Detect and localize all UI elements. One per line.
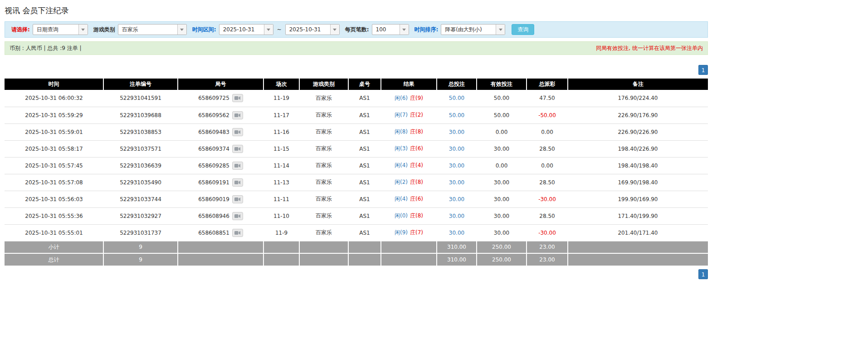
video-camera-icon[interactable] xyxy=(232,145,243,153)
table-header-row: 时间注单编号局号场次游戏类别桌号结果总投注有效投注总派彩备注 xyxy=(5,79,708,90)
round-cell: 658609285 xyxy=(178,157,263,174)
chevron-down-icon[interactable] xyxy=(264,25,273,35)
page-button[interactable]: 1 xyxy=(698,269,708,279)
video-camera-icon[interactable] xyxy=(232,128,243,136)
time-cell: 2025-10-31 05:59:29 xyxy=(5,107,103,123)
note-cell: 176.90/224.40 xyxy=(568,90,708,107)
total-row: 总计 9 310.00 250.00 23.00 xyxy=(5,253,708,266)
total-bet-link[interactable]: 30.00 xyxy=(449,196,464,202)
game-type-select[interactable]: 百家乐 xyxy=(118,24,187,35)
result-banker: 庄(7) xyxy=(410,229,423,236)
round-id: 658609483 xyxy=(198,129,229,135)
result-banker: 庄(6) xyxy=(410,196,423,202)
chevron-down-icon[interactable] xyxy=(177,25,186,35)
payout-cell: 47.50 xyxy=(527,90,568,107)
column-header: 总派彩 xyxy=(527,79,568,90)
result-player: 闲(9) xyxy=(395,229,408,236)
column-header: 游戏类别 xyxy=(299,79,348,90)
video-camera-icon[interactable] xyxy=(232,212,243,220)
round-id: 658609374 xyxy=(198,146,229,152)
bet-id-cell: 522931041591 xyxy=(103,90,178,107)
result-cell: 闲(9)庄(7) xyxy=(381,224,437,241)
subtotal-valid-bet: 250.00 xyxy=(477,241,527,253)
video-camera-icon[interactable] xyxy=(232,162,243,170)
session-cell: 11-19 xyxy=(263,90,299,107)
date-query-select-value: 日期查询 xyxy=(33,25,78,35)
time-cell: 2025-10-31 05:57:45 xyxy=(5,157,103,174)
total-bet-cell: 30.00 xyxy=(437,157,477,174)
payout-cell: 0.00 xyxy=(527,123,568,140)
note-cell: 226.90/226.90 xyxy=(568,123,708,140)
date-query-label: 请选择: xyxy=(11,26,30,34)
video-camera-icon[interactable] xyxy=(232,111,243,119)
chevron-down-icon[interactable] xyxy=(78,25,88,35)
video-camera-icon[interactable] xyxy=(232,195,243,203)
game-type-cell: 百家乐 xyxy=(299,224,348,241)
total-bet-cell: 30.00 xyxy=(437,207,477,224)
page-button[interactable]: 1 xyxy=(698,65,708,75)
result-player: 闲(8) xyxy=(395,128,408,135)
round-id: 658608851 xyxy=(198,230,229,236)
total-bet-link[interactable]: 30.00 xyxy=(449,129,464,135)
video-camera-icon[interactable] xyxy=(232,94,243,102)
valid-bet-cell: 30.00 xyxy=(477,140,527,157)
video-camera-icon[interactable] xyxy=(232,229,243,237)
total-bet-link[interactable]: 30.00 xyxy=(449,179,464,186)
total-bet-link[interactable]: 50.00 xyxy=(449,112,464,118)
time-cell: 2025-10-31 06:00:32 xyxy=(5,90,103,107)
total-bet-link[interactable]: 30.00 xyxy=(449,163,464,169)
page-size-label: 每页笔数: xyxy=(345,26,369,34)
round-id: 658609019 xyxy=(198,196,229,202)
date-query-select[interactable]: 日期查询 xyxy=(33,24,88,35)
chevron-down-icon[interactable] xyxy=(400,25,409,35)
sort-order-label: 时间排序: xyxy=(414,26,439,34)
round-id: 658609562 xyxy=(198,112,229,118)
total-bet-cell: 30.00 xyxy=(437,191,477,207)
payout-cell: 28.50 xyxy=(527,207,568,224)
table-number-cell: AS1 xyxy=(348,107,381,123)
table-number-cell: AS1 xyxy=(348,174,381,191)
result-banker: 庄(8) xyxy=(410,179,423,185)
table-number-cell: AS1 xyxy=(348,157,381,174)
game-type-cell: 百家乐 xyxy=(299,140,348,157)
chevron-down-icon[interactable] xyxy=(496,25,505,35)
page-size-select[interactable]: 100 xyxy=(372,24,409,35)
time-cell: 2025-10-31 05:55:36 xyxy=(5,207,103,224)
table-row: 2025-10-31 05:57:45 522931036639 6586092… xyxy=(5,157,708,174)
game-type-cell: 百家乐 xyxy=(299,157,348,174)
date-to-select[interactable]: 2025-10-31 xyxy=(285,24,340,35)
bet-id-cell: 522931033744 xyxy=(103,191,178,207)
records-table: 时间注单编号局号场次游戏类别桌号结果总投注有效投注总派彩备注 2025-10-3… xyxy=(5,79,708,266)
result-cell: 闲(0)庄(8) xyxy=(381,207,437,224)
column-header: 备注 xyxy=(568,79,708,90)
date-to-value: 2025-10-31 xyxy=(286,25,330,35)
note-cell: 169.90/198.40 xyxy=(568,174,708,191)
table-body: 2025-10-31 06:00:32 522931041591 6586097… xyxy=(5,90,708,241)
bet-id-cell: 522931037571 xyxy=(103,140,178,157)
column-header: 结果 xyxy=(381,79,437,90)
video-camera-icon[interactable] xyxy=(232,178,243,187)
pagination-bottom: 1 xyxy=(5,269,708,279)
date-from-select[interactable]: 2025-10-31 xyxy=(219,24,273,35)
table-row: 2025-10-31 05:57:08 522931035490 6586091… xyxy=(5,174,708,191)
payout-cell: 28.50 xyxy=(527,174,568,191)
notice-text: 同局有效投注, 统一计算在该局第一张注单内 xyxy=(596,44,703,52)
sort-order-select[interactable]: 降幂(由大到小) xyxy=(441,24,505,35)
table-row: 2025-10-31 05:55:01 522931031737 6586088… xyxy=(5,224,708,241)
session-cell: 11-9 xyxy=(263,224,299,241)
total-bet-link[interactable]: 30.00 xyxy=(449,213,464,219)
chevron-down-icon[interactable] xyxy=(330,25,339,35)
result-banker: 庄(2) xyxy=(410,112,423,118)
total-bet-link[interactable]: 30.00 xyxy=(449,230,464,236)
search-button[interactable]: 查询 xyxy=(512,24,534,35)
game-type-cell: 百家乐 xyxy=(299,123,348,140)
date-from-value: 2025-10-31 xyxy=(219,25,264,35)
subtotal-label: 小计 xyxy=(5,241,103,253)
page-title: 视讯 会员下注纪录 xyxy=(5,5,708,16)
date-range-label: 时间区间: xyxy=(192,26,216,34)
total-bet-link[interactable]: 50.00 xyxy=(449,95,464,101)
total-total-bet: 310.00 xyxy=(437,253,477,266)
result-player: 闲(4) xyxy=(395,196,408,202)
total-bet-link[interactable]: 30.00 xyxy=(449,146,464,152)
valid-bet-cell: 30.00 xyxy=(477,191,527,207)
